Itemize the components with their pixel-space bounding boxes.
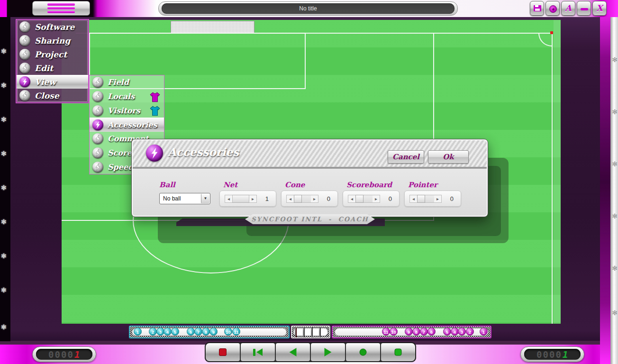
spinner-left-icon[interactable]: ◂ (287, 195, 294, 202)
timeline-marker[interactable]: 6 (187, 328, 195, 336)
spinner-left-icon[interactable]: ◂ (225, 195, 232, 202)
logo-icon (19, 35, 30, 46)
timeline-marker[interactable]: 7 (420, 328, 428, 336)
menu-item-edit[interactable]: Edit (17, 61, 88, 75)
basket-icon-active[interactable] (295, 328, 302, 336)
ball-icon (549, 5, 557, 13)
menu-item-label: Sharing (35, 36, 70, 46)
logo-icon (92, 119, 103, 130)
timeline-marker[interactable]: 2 (149, 328, 157, 336)
scoreboard-track[interactable] (355, 195, 373, 202)
menu-item-label: Close (35, 91, 59, 100)
cone-label: Cone (285, 181, 305, 189)
timeline-marker[interactable]: 7 (194, 328, 202, 336)
logo-icon (92, 77, 103, 88)
font-icon: A (565, 3, 571, 13)
timeline-marker[interactable]: 10 (390, 328, 398, 336)
logo-icon (19, 76, 30, 87)
save-button[interactable] (530, 1, 544, 16)
timeline-marker[interactable]: 5 (443, 328, 451, 336)
skip-to-start-button[interactable] (241, 343, 275, 361)
play-reverse-icon (290, 348, 297, 356)
spinner-right-icon[interactable]: ▸ (249, 195, 256, 202)
scoreboard-value: 0 (389, 195, 392, 202)
spinner-right-icon[interactable]: ▸ (311, 195, 318, 202)
logo-icon (92, 133, 103, 144)
basket-icon[interactable] (303, 328, 310, 336)
menu-item-label: Edit (35, 64, 53, 73)
minimize-icon (581, 8, 588, 10)
submenu-item-label: Field (108, 78, 129, 87)
minimize-button[interactable] (577, 1, 591, 16)
brand-tab: SYNCFOOT INTL - COACH (245, 214, 375, 224)
timeline-marker[interactable]: 2 (466, 328, 474, 336)
timeline-marker[interactable]: 8 (412, 328, 420, 336)
timeline-right[interactable]: 11 10 9 8 7 6 5 4 3 2 1 (332, 326, 491, 338)
menu-item-software[interactable]: Software (17, 20, 88, 34)
ball-label: Ball (159, 181, 175, 189)
timeline-marker[interactable]: 11 (232, 328, 240, 336)
submenu-item-label: Accessories (108, 120, 157, 129)
cone-track[interactable] (294, 195, 311, 202)
submenu-item-locals[interactable]: Locals (90, 90, 164, 104)
logo-icon (19, 63, 30, 73)
record-icon (360, 349, 367, 356)
menu-item-project[interactable]: Project (17, 47, 88, 61)
net-scrollbar[interactable]: ◂ ▸ (225, 195, 257, 203)
timeline-marker[interactable]: 5 (171, 328, 179, 336)
pointer-scrollbar[interactable]: ◂ ▸ (409, 195, 442, 203)
spinner-left-icon[interactable]: ◂ (348, 195, 355, 202)
timeline-left[interactable]: 1 2 3 4 5 6 7 8 9 10 11 (129, 326, 290, 338)
logo-icon (92, 91, 103, 102)
spinner-right-icon[interactable]: ▸ (373, 195, 380, 202)
timeline-marker[interactable]: 1 (480, 328, 488, 336)
pointer-track[interactable] (417, 195, 434, 202)
record-button[interactable] (346, 343, 380, 361)
net-track[interactable] (232, 195, 249, 202)
timeline-marker[interactable]: 10 (224, 328, 232, 336)
basket-icon[interactable] (311, 328, 318, 336)
spinner-right-icon[interactable]: ▸ (434, 195, 441, 202)
counter-left-display: 00001 (36, 349, 92, 360)
timeline-marker[interactable]: 3 (458, 328, 466, 336)
stop-green-button[interactable] (381, 343, 415, 361)
timeline-marker[interactable]: 4 (164, 328, 172, 336)
net-thumb[interactable] (232, 195, 249, 203)
left-frame (0, 17, 10, 341)
ball-dropdown[interactable]: No ball ▼ (159, 193, 210, 204)
menu-item-sharing[interactable]: Sharing (17, 34, 88, 47)
submenu-item-field[interactable]: Field (90, 75, 164, 90)
menu-item-view[interactable]: View (17, 75, 88, 89)
timeline-marker[interactable]: 6 (427, 328, 436, 336)
right-frame-silver (610, 0, 618, 364)
ok-button[interactable]: Ok (428, 150, 469, 164)
window-titlebar: No title A X (0, 0, 618, 17)
pointer-thumb[interactable] (417, 195, 425, 203)
close-button[interactable]: X (592, 1, 607, 16)
play-reverse-button[interactable] (276, 343, 310, 361)
stop-red-button[interactable] (206, 343, 240, 361)
scoreboard-label: Scoreboard (346, 181, 392, 189)
timeline-marker[interactable]: 9 (405, 328, 413, 336)
font-button[interactable]: A (561, 1, 575, 16)
cone-scrollbar[interactable]: ◂ ▸ (286, 195, 318, 203)
basket-icon[interactable] (319, 328, 327, 336)
play-forward-button[interactable] (311, 343, 345, 361)
scoreboard-thumb[interactable] (355, 195, 364, 203)
spinner-left-icon[interactable]: ◂ (410, 195, 417, 202)
timeline-marker[interactable]: 9 (209, 328, 218, 336)
menu-item-close[interactable]: Close (17, 89, 88, 102)
hamburger-menu-button[interactable] (32, 1, 90, 16)
timeline-marker[interactable]: 1 (134, 328, 142, 336)
timeline-marker[interactable]: 8 (202, 328, 210, 336)
cancel-button[interactable]: Cancel (388, 150, 424, 164)
submenu-item-visitors[interactable]: Visitors (90, 103, 164, 118)
scoreboard-scrollbar[interactable]: ◂ ▸ (348, 195, 380, 203)
ball-button[interactable] (545, 1, 560, 16)
cone-thumb[interactable] (294, 195, 302, 203)
timeline-marker[interactable]: 11 (382, 328, 390, 336)
submenu-item-accessories[interactable]: Accessories (90, 118, 164, 132)
chevron-down-icon[interactable]: ▼ (201, 194, 209, 203)
bin-tray-inner (293, 328, 328, 336)
ball-dropdown-value: No ball (163, 195, 181, 202)
